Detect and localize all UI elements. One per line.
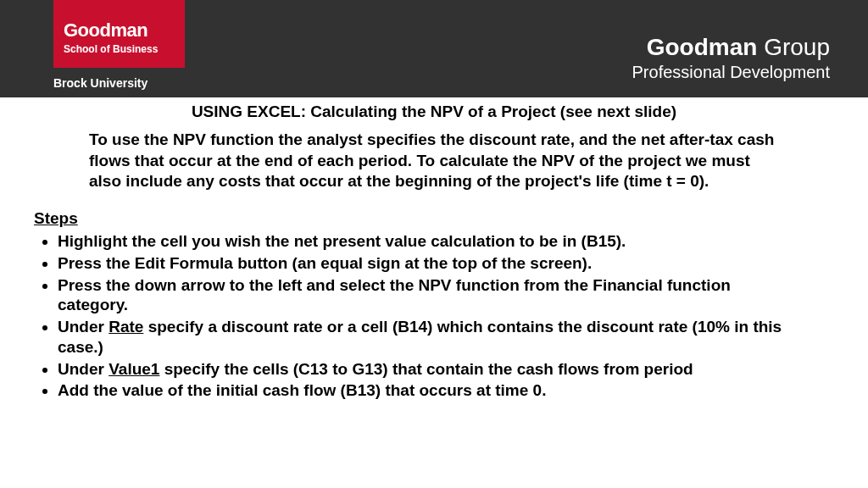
header-bar: Goodman School of Business Brock Univers…	[0, 0, 868, 97]
step-item: Highlight the cell you wish the net pres…	[58, 231, 800, 252]
section-title: USING EXCEL: Calculating the NPV of a Pr…	[34, 103, 834, 121]
content-area: USING EXCEL: Calculating the NPV of a Pr…	[0, 97, 868, 402]
steps-list: Highlight the cell you wish the net pres…	[58, 231, 834, 401]
step-item: Press the down arrow to the left and sel…	[58, 275, 800, 316]
right-brand: Goodman Group Professional Development	[632, 34, 830, 82]
brand-line2: Professional Development	[632, 63, 830, 82]
steps-heading: Steps	[34, 209, 834, 228]
university-label: Brock University	[53, 76, 147, 90]
logo-line1: Goodman	[64, 19, 175, 42]
step-item: Press the Edit Formula button (an equal …	[58, 253, 800, 274]
brand-line1: Goodman Group	[632, 34, 830, 61]
logo-line2: School of Business	[64, 43, 175, 55]
step-item: Add the value of the initial cash flow (…	[58, 380, 800, 401]
intro-paragraph: To use the NPV function the analyst spec…	[89, 130, 779, 192]
step-item: Under Value1 specify the cells (C13 to G…	[58, 359, 800, 380]
step-item: Under Rate specify a discount rate or a …	[58, 317, 800, 358]
school-logo-box: Goodman School of Business	[53, 0, 185, 68]
